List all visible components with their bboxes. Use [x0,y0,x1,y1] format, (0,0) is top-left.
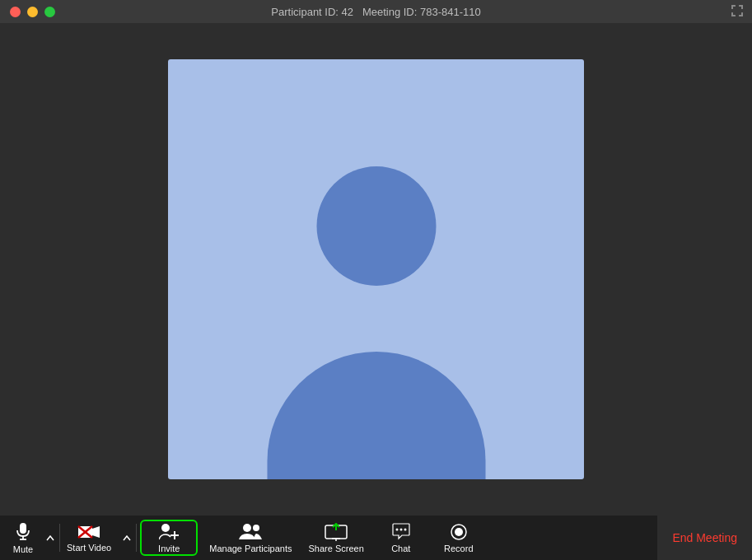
record-icon [450,523,468,541]
share-screen-label: Share Screen [309,544,364,553]
manage-participants-button[interactable]: Manage Participants [201,516,300,560]
mute-area: Mute [0,516,59,560]
svg-point-17 [243,524,251,532]
video-caret-button[interactable] [118,516,136,560]
svg-rect-1 [731,5,733,9]
participants-icon [239,523,262,541]
avatar-placeholder [168,59,584,479]
mute-label: Mute [13,544,33,554]
svg-rect-3 [741,5,743,9]
chat-icon [391,523,411,541]
svg-point-18 [253,525,259,531]
separator-2 [136,524,137,552]
end-meeting-label: End Meeting [672,531,737,544]
svg-point-25 [404,528,406,530]
svg-rect-8 [20,523,26,534]
svg-point-27 [455,528,463,536]
mute-button[interactable]: Mute [0,516,41,560]
invite-icon [159,523,179,541]
chevron-up-icon [46,535,54,541]
mute-caret-button[interactable] [41,516,59,560]
microphone-icon [16,522,30,542]
share-screen-icon [325,523,348,541]
share-screen-button[interactable]: Share Screen [301,516,372,560]
record-button[interactable]: Record [430,516,488,560]
svg-rect-5 [731,12,733,16]
video-area: Start Video [60,516,136,560]
minimize-button[interactable] [27,7,38,17]
maximize-button[interactable] [44,7,55,17]
svg-point-23 [395,528,398,530]
main-content [0,23,752,516]
window-controls [10,7,55,17]
video-camera-icon [77,524,100,540]
start-video-button[interactable]: Start Video [60,516,118,560]
invite-button[interactable]: Invite [140,520,198,556]
svg-point-24 [399,528,402,530]
avatar-circle [316,166,436,286]
end-meeting-button[interactable]: End Meeting [657,516,752,560]
chat-label: Chat [391,544,410,553]
chevron-up-icon-2 [123,535,131,541]
close-button[interactable] [10,7,21,17]
fullscreen-icon[interactable] [731,4,744,21]
chat-button[interactable]: Chat [372,516,430,560]
meeting-title: Participant ID: 42 Meeting ID: 783-841-1… [271,6,480,18]
toolbar: Mute Start Video [0,516,752,560]
avatar-body [267,352,485,479]
participant-video [168,59,584,479]
svg-rect-7 [741,12,743,16]
start-video-label: Start Video [67,543,111,553]
record-label: Record [444,544,473,553]
manage-participants-label: Manage Participants [209,544,292,553]
title-bar: Participant ID: 42 Meeting ID: 783-841-1… [0,0,752,23]
svg-marker-14 [92,526,100,538]
invite-label: Invite [158,544,180,553]
